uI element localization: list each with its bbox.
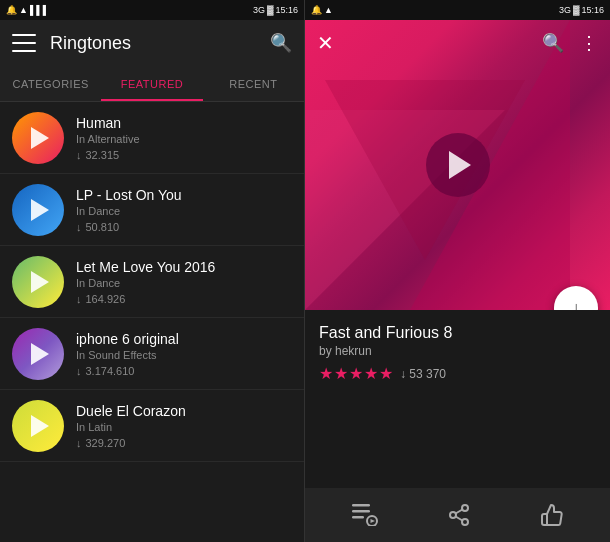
svg-line-9: [455, 510, 462, 514]
tab-categories[interactable]: CATEGORIES: [0, 66, 101, 101]
tabs-bar: CATEGORIES FEATURED RECENT: [0, 66, 304, 102]
svg-point-6: [450, 512, 456, 518]
song-details: Fast and Furious 8 by hekrun ★★★★★ ↓ 53 …: [305, 310, 610, 383]
song-list: Human In Alternative ↓ 32.315 LP - Lost …: [0, 102, 304, 542]
left-status-icons-right: 3G ▓ 15:16: [253, 5, 298, 15]
network-type-r: 3G: [559, 5, 571, 15]
svg-point-5: [462, 505, 468, 511]
right-toolbar: ✕ 🔍 ⋮: [305, 20, 610, 66]
song-thumbnail-1: [12, 112, 64, 164]
tab-featured[interactable]: FEATURED: [101, 66, 202, 101]
song-info-5: Duele El Corazon In Latin ↓ 329.270: [76, 403, 292, 449]
right-panel: 🔔 ▲ 3G ▓ 15:16 ✕ 🔍 ⋮ ↓ Fast an: [305, 0, 610, 542]
more-icon[interactable]: ⋮: [580, 32, 598, 54]
song-title-3: Let Me Love You 2016: [76, 259, 292, 275]
svg-rect-1: [352, 510, 370, 513]
song-thumbnail-4: [12, 328, 64, 380]
song-genre-4: In Sound Effects: [76, 349, 292, 361]
right-status-bar: 🔔 ▲ 3G ▓ 15:16: [305, 0, 610, 20]
play-icon: [31, 343, 49, 365]
download-icon-small: ↓: [76, 437, 82, 449]
svg-rect-2: [352, 516, 364, 519]
song-info-2: LP - Lost On You In Dance ↓ 50.810: [76, 187, 292, 233]
left-toolbar: Ringtones 🔍: [0, 20, 304, 66]
song-genre-1: In Alternative: [76, 133, 292, 145]
song-title-5: Duele El Corazon: [76, 403, 292, 419]
song-title-4: iphone 6 original: [76, 331, 292, 347]
network-type: 3G: [253, 5, 265, 15]
song-genre-2: In Dance: [76, 205, 292, 217]
download-fab-icon: ↓: [571, 297, 581, 311]
song-thumbnail-2: [12, 184, 64, 236]
left-status-bar: 🔔 ▲ ▌▌▌ 3G ▓ 15:16: [0, 0, 304, 20]
list-item[interactable]: Duele El Corazon In Latin ↓ 329.270: [0, 390, 304, 462]
download-icon-small: ↓: [76, 365, 82, 377]
play-icon: [31, 127, 49, 149]
song-thumbnail-3: [12, 256, 64, 308]
wifi-icon: ▲: [19, 5, 28, 15]
right-status-icons-left: 🔔 ▲: [311, 5, 333, 15]
download-icon-small: ↓: [76, 293, 82, 305]
notification-icon-r: 🔔: [311, 5, 322, 15]
song-info-1: Human In Alternative ↓ 32.315: [76, 115, 292, 161]
play-icon: [31, 199, 49, 221]
svg-line-8: [455, 517, 462, 521]
time-left: 15:16: [275, 5, 298, 15]
song-downloads-4: ↓ 3.174.610: [76, 365, 292, 377]
playlist-button[interactable]: [344, 496, 386, 534]
left-panel: 🔔 ▲ ▌▌▌ 3G ▓ 15:16 Ringtones 🔍 CATEGORIE…: [0, 0, 305, 542]
featured-song-stars: ★★★★★: [319, 364, 394, 383]
right-status-icons-right: 3G ▓ 15:16: [559, 5, 604, 15]
close-button[interactable]: ✕: [317, 31, 542, 55]
battery-icon: ▓: [267, 5, 274, 15]
app-title: Ringtones: [50, 33, 270, 54]
signal-icon: ▌▌▌: [30, 5, 49, 15]
song-info-4: iphone 6 original In Sound Effects ↓ 3.1…: [76, 331, 292, 377]
song-genre-5: In Latin: [76, 421, 292, 433]
wifi-icon-r: ▲: [324, 5, 333, 15]
left-status-icons-left: 🔔 ▲ ▌▌▌: [6, 5, 49, 15]
svg-point-7: [462, 519, 468, 525]
song-title-1: Human: [76, 115, 292, 131]
menu-button[interactable]: [12, 31, 36, 55]
list-item[interactable]: Let Me Love You 2016 In Dance ↓ 164.926: [0, 246, 304, 318]
song-thumbnail-5: [12, 400, 64, 452]
song-info-3: Let Me Love You 2016 In Dance ↓ 164.926: [76, 259, 292, 305]
featured-song-title: Fast and Furious 8: [319, 324, 596, 342]
song-title-2: LP - Lost On You: [76, 187, 292, 203]
play-icon: [31, 271, 49, 293]
time-right: 15:16: [581, 5, 604, 15]
list-item[interactable]: LP - Lost On You In Dance ↓ 50.810: [0, 174, 304, 246]
search-icon-right[interactable]: 🔍: [542, 32, 564, 54]
bottom-action-bar: [305, 488, 610, 542]
hero-play-button[interactable]: [426, 133, 490, 197]
download-icon-small: ↓: [76, 221, 82, 233]
search-button[interactable]: 🔍: [270, 32, 292, 54]
featured-song-artist: by hekrun: [319, 344, 596, 358]
tab-recent[interactable]: RECENT: [203, 66, 304, 101]
featured-song-downloads: ↓ 53 370: [400, 367, 446, 381]
song-downloads-3: ↓ 164.926: [76, 293, 292, 305]
featured-song-meta: ★★★★★ ↓ 53 370: [319, 364, 596, 383]
song-downloads-1: ↓ 32.315: [76, 149, 292, 161]
right-toolbar-icons: 🔍 ⋮: [542, 32, 598, 54]
list-item[interactable]: iphone 6 original In Sound Effects ↓ 3.1…: [0, 318, 304, 390]
song-genre-3: In Dance: [76, 277, 292, 289]
svg-rect-0: [352, 504, 370, 507]
hero-play-icon: [449, 151, 471, 179]
play-icon: [31, 415, 49, 437]
list-item[interactable]: Human In Alternative ↓ 32.315: [0, 102, 304, 174]
song-downloads-2: ↓ 50.810: [76, 221, 292, 233]
notification-icon: 🔔: [6, 5, 17, 15]
share-button[interactable]: [439, 495, 479, 535]
svg-marker-4: [370, 519, 375, 523]
download-icon-small: ↓: [76, 149, 82, 161]
thumbsup-button[interactable]: [532, 495, 572, 535]
song-downloads-5: ↓ 329.270: [76, 437, 292, 449]
battery-icon-r: ▓: [573, 5, 580, 15]
